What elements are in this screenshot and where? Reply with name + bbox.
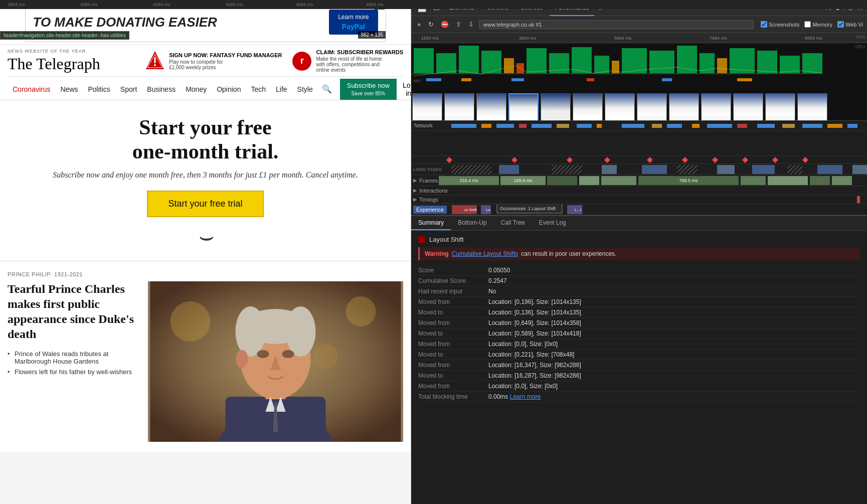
tooltip-overlay: header#navigation.site-header.site-heade… [0,31,129,40]
svg-text:ut Shift: ut Shift [464,208,477,212]
nav-business[interactable]: Business [142,83,181,95]
article-headline: Tearful Prince Charlesmakes first public… [8,281,138,342]
webvi-checkbox-label[interactable]: Web Vi [837,21,863,28]
svg-rect-53 [532,124,552,128]
screenshots-checkbox-label[interactable]: Screenshots [761,21,799,28]
webvi-checkbox[interactable] [837,21,844,28]
empty-track-area [411,131,867,156]
interactions-expand-icon[interactable]: ▶ [411,188,419,193]
network-label: Network [411,123,446,128]
svg-rect-60 [692,124,700,128]
learn-more-link[interactable]: Learn more [510,393,541,400]
moved-to-1-value: Location: [0,136], Size: [1014x135] [488,309,581,316]
subscribe-button[interactable]: Subscribe now Save over 85% [340,79,397,100]
memory-checkbox-label[interactable]: Memory [804,21,832,28]
svg-rect-55 [577,124,592,128]
timeline-area: 1684 ms 3684 ms 5684 ms 7684 ms 9684 ms … [411,33,867,504]
thumb-7[interactable] [605,93,635,120]
moved-from-2-row: Moved from Location: [0,649], Size: [101… [418,318,860,328]
trial-subtitle: Subscribe now and enjoy one month free, … [10,171,401,180]
thumb-12[interactable] [765,93,795,120]
thumb-6[interactable] [573,93,603,120]
svg-point-14 [286,306,316,357]
svg-rect-54 [557,124,569,128]
moved-from-5-value: Location: [0,0], Size: [0x0] [488,383,558,390]
refresh-record-button[interactable]: ↻ [426,20,436,29]
nav-style[interactable]: Style [292,83,318,95]
nav-money[interactable]: Money [181,83,212,95]
record-button[interactable]: ● [415,20,423,29]
bullet-1: Prince of Wales reads tributes at Marlbo… [8,349,138,367]
screenshots-checkbox[interactable] [761,21,767,28]
svg-rect-65 [802,124,822,128]
thumb-8[interactable] [637,93,667,120]
cumulative-score-label: Cumulative Score [418,277,488,284]
nav-news[interactable]: News [55,83,83,95]
thumb-13[interactable] [797,93,827,120]
svg-rect-80 [499,165,519,174]
frames-expand-icon[interactable]: ▶ [411,178,419,183]
moved-to-2-label: Moved to [418,330,488,337]
summary-tab-call-tree[interactable]: Call Tree [494,216,532,230]
timings-label: Timings [419,197,438,203]
cumulative-layout-shifts-link[interactable]: Cumulative Layout Shifts [452,250,518,257]
total-blocking-row: Total blocking time 0.00ms Learn more [418,392,860,402]
nav-opinion[interactable]: Opinion [212,83,246,95]
promo2-title: CLAIM: SUBSCRIBER REWARDS [316,49,403,55]
trial-button[interactable]: Start your free trial [147,191,263,217]
thumb-5[interactable] [541,93,571,120]
moved-to-3-label: Moved to [418,351,488,358]
svg-point-13 [236,306,266,357]
moved-from-4-row: Moved from Location: [16,347], Size: [98… [418,360,860,371]
fps-graph[interactable]: CPU [411,43,867,83]
memory-checkbox[interactable] [804,21,811,28]
moved-from-3-row: Moved from Location: [0,0], Size: [0x0] [418,339,860,350]
nav-politics[interactable]: Politics [83,83,115,95]
svg-rect-58 [652,124,662,128]
promo-icon-1 [145,51,165,71]
svg-rect-96 [601,176,636,185]
svg-point-5 [170,301,211,342]
nav-tech[interactable]: Tech [246,83,271,95]
upload-button[interactable]: ⇧ [454,20,463,29]
summary-tab-summary[interactable]: Summary [411,216,451,230]
recent-input-value: No [488,288,496,295]
search-icon[interactable]: 🔍 [318,82,336,96]
nav-life[interactable]: Life [271,83,292,95]
login-button[interactable]: Log in [399,79,411,99]
svg-text:768.5 ms: 768.5 ms [679,178,699,183]
svg-rect-89 [852,165,867,174]
svg-rect-45 [511,78,524,81]
frames-row: ▶ Frames 233.4 ms 149.4 ms 768.5 ms [411,175,867,186]
thumb-4[interactable] [508,93,539,120]
thumb-1[interactable] [412,93,442,120]
moved-to-4-label: Moved to [418,372,488,379]
url-input[interactable] [479,20,754,29]
timings-expand-icon[interactable]: ▶ [411,197,419,202]
experience-row: Experience ut Shift La Occurrences: 1 La… [411,204,867,215]
layout-shift-markers [411,156,867,164]
summary-tab-bottom-up[interactable]: Bottom-Up [451,216,493,230]
thumb-11[interactable] [733,93,763,120]
moved-to-3-row: Moved to Location: [0,221], Size: [708x4… [418,350,860,360]
svg-rect-100 [768,176,808,185]
timeline-main-tracks: Network [411,121,867,215]
svg-rect-41 [802,53,822,73]
clear-button[interactable]: ⛔ [439,20,451,29]
nav-coronavirus[interactable]: Coronavirus [8,83,55,95]
promo2-desc: Make the most of life at home with offer… [316,56,386,73]
nav-sport[interactable]: Sport [115,83,142,95]
svg-rect-62 [737,124,747,128]
thumb-2[interactable] [444,93,474,120]
interactions-label: Interactions [419,188,448,194]
article-section: PRINCE PHILIP: 1921-2021 Tearful Prince … [0,261,411,452]
thumb-10[interactable] [701,93,731,120]
thumb-3[interactable] [476,93,506,120]
summary-tab-event-log[interactable]: Event Log [532,216,573,230]
download-button[interactable]: ⇩ [466,20,476,29]
svg-rect-87 [787,165,802,174]
ruler-mark-4: 9684 ms [805,36,822,41]
screenshot-strip[interactable]: 3884 ms 4084 ms 4284 ms 4484 ms 4684 ms … [411,83,867,121]
thumb-9[interactable] [669,93,699,120]
svg-rect-47 [662,78,672,81]
